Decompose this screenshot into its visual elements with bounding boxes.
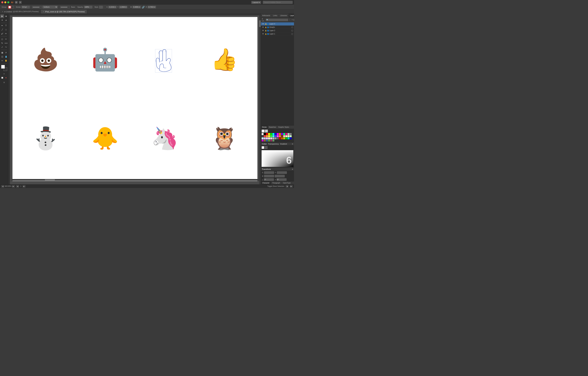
paintbrush-tool[interactable]: 🖌	[0, 32, 4, 35]
swatch-00ffff[interactable]	[272, 133, 274, 135]
layers-delete-btn[interactable]: 🗑	[293, 19, 294, 21]
swatch-ffeecc[interactable]	[285, 135, 287, 137]
transform-menu-icon[interactable]: ≡	[292, 168, 293, 170]
transform-w-input[interactable]	[264, 175, 274, 177]
swatch-0000cc[interactable]	[290, 137, 292, 139]
layer-target-4[interactable]	[291, 23, 293, 25]
stroke-weight-input[interactable]	[21, 6, 30, 8]
swatch-ccffff[interactable]	[262, 137, 263, 139]
fg-color-box[interactable]	[262, 146, 264, 149]
layer-item-emojis[interactable]: 👁 🔒 Emoji's	[261, 26, 294, 29]
eyedropper-tool[interactable]: 💧	[4, 55, 8, 58]
mesh-tool[interactable]: #	[4, 51, 8, 55]
transform-h-input[interactable]	[275, 175, 285, 177]
tab-layers[interactable]: Layers	[289, 14, 294, 17]
stroke-type-select[interactable]: Uniform Width Profile 1	[42, 6, 58, 9]
swatch-cccc00[interactable]	[283, 137, 285, 139]
swatch-cccccc[interactable]	[287, 133, 290, 135]
swatch-669933[interactable]	[268, 140, 270, 142]
swatch-ffffcc[interactable]	[287, 135, 290, 137]
swatch-ffaa44[interactable]	[266, 135, 268, 137]
swatch-ff44ff[interactable]	[277, 135, 279, 137]
lock-icon-layer2[interactable]: 🔒	[265, 30, 267, 32]
swatch-ff00ff[interactable]	[277, 133, 279, 135]
swatch-00ff00[interactable]	[270, 133, 272, 135]
w-input[interactable]	[133, 6, 141, 8]
toggle-selection-btn[interactable]: ◀	[286, 185, 289, 188]
canvas-vscroll[interactable]	[259, 15, 261, 184]
layer-item-1[interactable]: 👁 🔒 Layer 1	[261, 32, 294, 36]
swatch-4444ff[interactable]	[274, 135, 276, 137]
swatch-ffff00[interactable]	[268, 133, 270, 135]
canvas-hscroll[interactable]	[12, 179, 259, 181]
swatch-ffcccc[interactable]	[283, 135, 285, 137]
type-tool[interactable]: T	[4, 24, 8, 27]
color-spectrum[interactable]: 6	[262, 150, 293, 167]
swatch-ff0088[interactable]	[285, 133, 287, 135]
swatches-tab[interactable]: Swatches	[268, 126, 277, 129]
pen-tool[interactable]: ✒	[0, 24, 4, 27]
swatch-cc0000[interactable]	[279, 137, 281, 139]
lock-icon-emojis[interactable]: 🔒	[265, 26, 267, 28]
draw-outside[interactable]: ■	[4, 76, 8, 80]
tab-artboards[interactable]: Artboards	[261, 14, 272, 17]
emoji-peace[interactable]	[135, 20, 195, 99]
prev-page-btn[interactable]: ◀	[16, 185, 19, 188]
fill-box[interactable]	[9, 6, 11, 8]
bg-color-box[interactable]	[265, 146, 267, 149]
swatch-993366[interactable]	[270, 140, 272, 142]
char-tab-paragraph[interactable]: Paragraph	[271, 181, 282, 184]
vscroll-thumb[interactable]	[259, 20, 261, 27]
warp-tool[interactable]: 〜	[4, 45, 8, 49]
minimize-button[interactable]	[4, 1, 6, 3]
swatch-ff8800[interactable]	[279, 133, 281, 135]
next-page-btn[interactable]: ▶	[23, 185, 25, 188]
link-icon[interactable]: 🔗	[142, 6, 145, 9]
blend-tool[interactable]: ∞	[0, 59, 4, 62]
swatch-666666[interactable]	[277, 137, 279, 139]
stroke-box-dark[interactable]	[11, 6, 14, 8]
char-tab-character[interactable]: Character	[261, 181, 271, 184]
scissor-tool[interactable]: ✂	[4, 37, 8, 41]
lock-icon-layer1[interactable]: 🔒	[265, 33, 267, 35]
swatch-00cccc[interactable]	[287, 137, 290, 139]
layer-item-2[interactable]: 👁 🔒 Layer 2	[261, 29, 294, 32]
swatch-000000[interactable]	[264, 133, 266, 135]
layout-button[interactable]: Layout ▾	[251, 1, 261, 4]
swatch-dddddd[interactable]	[270, 137, 272, 139]
swatch-44ff44[interactable]	[270, 135, 272, 137]
arrange-icon[interactable]: ⊞	[15, 1, 18, 4]
eye-icon-layer1[interactable]: 👁	[262, 33, 264, 35]
toggle-selection-btn2[interactable]: ▶	[290, 185, 293, 188]
char-tab-opentype[interactable]: OpenType	[282, 181, 292, 184]
tab-close-ipad[interactable]: ✕	[43, 11, 44, 12]
tab-untitled[interactable]: ✕ ● Untitled @ 603.95% (CMYK/GPU Preview…	[0, 10, 41, 13]
zoom-out-btn[interactable]: ◀	[1, 185, 4, 188]
draw-inside[interactable]: ⬜	[0, 76, 4, 80]
tab-close-untitled[interactable]: ✕	[2, 11, 3, 12]
opacity-input[interactable]	[84, 6, 92, 8]
swatch-ff8844[interactable]	[279, 135, 281, 137]
layer-target-1[interactable]	[291, 33, 293, 35]
transform-y-input[interactable]	[277, 171, 287, 174]
y-input[interactable]	[119, 6, 127, 8]
stroke-white-chip[interactable]	[262, 130, 264, 133]
fill-color-box[interactable]	[1, 65, 5, 69]
h-input[interactable]	[148, 6, 156, 8]
swatch-ccccff[interactable]	[264, 137, 266, 139]
eraser-tool[interactable]: ◻	[0, 37, 4, 41]
reflect-tool[interactable]: ⟺	[4, 41, 8, 45]
close-button[interactable]	[1, 1, 3, 3]
swatch-336699[interactable]	[266, 140, 268, 142]
swatch-999999[interactable]	[274, 137, 276, 139]
swatch-0000ff[interactable]	[274, 133, 276, 135]
lock-icon-layer4[interactable]: 🔒	[265, 23, 267, 25]
pencil-tool[interactable]: ✏	[4, 32, 8, 35]
swatch-8800ff[interactable]	[281, 133, 283, 135]
rotate-input[interactable]	[264, 178, 274, 181]
maximize-button[interactable]	[7, 1, 9, 3]
swatch-444444[interactable]	[262, 135, 263, 137]
swatch-ff0000[interactable]	[266, 133, 268, 135]
color-menu-icon[interactable]: ≡	[292, 143, 293, 145]
eye-icon-emojis[interactable]: 👁	[262, 26, 264, 28]
